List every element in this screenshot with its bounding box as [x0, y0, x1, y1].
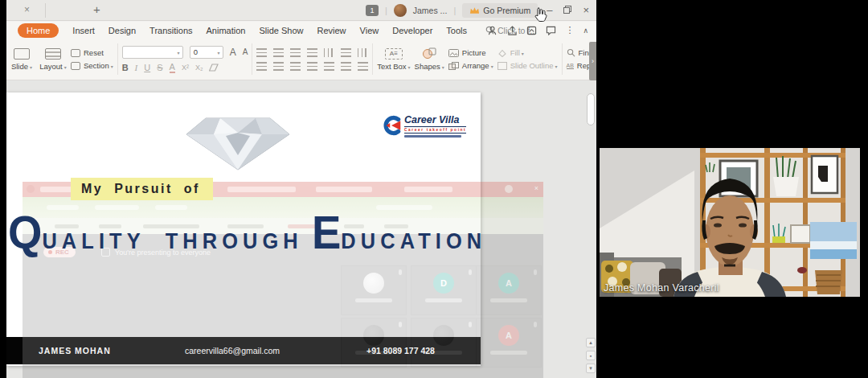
export-icon[interactable]: [507, 26, 518, 35]
section-button[interactable]: Section▾: [71, 61, 113, 70]
titlebar-separator: |: [385, 6, 387, 15]
layout-button[interactable]: Layout▾: [39, 48, 67, 71]
tab-design[interactable]: Design: [108, 26, 136, 35]
previous-slide-button[interactable]: ▴: [586, 338, 596, 347]
arrange-button[interactable]: Arrange▾: [448, 61, 493, 70]
ghost-participant-tile: [341, 318, 407, 368]
align-left-icon[interactable]: [256, 62, 267, 71]
tab-animation[interactable]: Animation: [207, 26, 246, 35]
new-tab-button[interactable]: +: [93, 2, 100, 17]
participant-name-label: James Mohan Varacheril: [604, 282, 719, 294]
ghost-participant-tile: [341, 265, 407, 315]
text-box-button[interactable]: A≡ Text Box▾: [377, 48, 410, 71]
ghost-participant-tile: D: [411, 265, 477, 315]
bold-button[interactable]: B: [122, 63, 129, 72]
font-name-combo[interactable]: ▾: [122, 46, 183, 59]
strikethrough-button[interactable]: S: [157, 63, 162, 72]
caret-down-icon: ▾: [491, 64, 493, 69]
italic-button[interactable]: I: [135, 63, 138, 72]
numbering-icon[interactable]: [273, 48, 284, 57]
logo-subtagline-bar: [404, 135, 461, 138]
ghost-participant-tile: [411, 318, 477, 368]
tab-close-icon[interactable]: ×: [24, 4, 30, 15]
document-area: Career Villa Career takeoff point My Pur…: [6, 80, 596, 378]
caret-down-icon: ▾: [64, 65, 67, 70]
account-avatar[interactable]: [394, 4, 407, 17]
titlebar-separator: |: [453, 6, 456, 15]
section-icon: [71, 62, 80, 70]
caret-down-icon: ▾: [442, 65, 444, 70]
diamond-image: [182, 109, 294, 176]
vertical-scrollbar[interactable]: [587, 93, 595, 125]
paragraph-spacing-icon[interactable]: [358, 62, 368, 71]
notification-badge: 1: [366, 5, 379, 16]
slide-navigator-button[interactable]: ▪: [586, 351, 596, 360]
picture-button[interactable]: Picture: [448, 48, 493, 57]
tab-developer[interactable]: Developer: [392, 26, 432, 35]
tab-review[interactable]: Review: [317, 26, 346, 35]
slide-outline-button[interactable]: Slide Outline▾: [497, 61, 558, 70]
restore-button[interactable]: [561, 5, 574, 16]
align-center-icon[interactable]: [273, 62, 284, 71]
superscript-button[interactable]: X²: [182, 64, 189, 72]
bullets-icon[interactable]: [256, 48, 267, 57]
more-menu-icon[interactable]: ⋮: [565, 25, 574, 35]
line-spacing-icon[interactable]: [341, 62, 351, 71]
tab-slide-show[interactable]: Slide Show: [259, 26, 303, 35]
tab-home[interactable]: Home: [18, 23, 59, 38]
indent-increase-icon[interactable]: [307, 48, 317, 57]
reset-button[interactable]: Reset: [71, 48, 113, 57]
distribute-icon[interactable]: [324, 62, 334, 71]
webcam-video: James Mohan Varacheril: [600, 148, 860, 297]
justify-icon[interactable]: [307, 62, 317, 71]
font-size-combo[interactable]: 0▾: [190, 46, 223, 59]
font-color-button[interactable]: A: [170, 62, 175, 73]
title-dropcap-q: Q: [8, 206, 42, 258]
go-premium-button[interactable]: Go Premium: [462, 3, 538, 18]
expand-pane-button[interactable]: ›: [589, 42, 596, 80]
clear-format-icon[interactable]: [209, 64, 219, 72]
tab-tools[interactable]: Tools: [446, 26, 467, 35]
replace-icon: AB: [567, 63, 574, 69]
ghost-close-icon: ×: [534, 184, 538, 192]
underline-button[interactable]: U: [144, 63, 150, 72]
align-right-icon[interactable]: [290, 62, 301, 71]
slide-title: QUALITY THROUGHEDUCATION: [8, 205, 461, 259]
career-villa-logo-mark: [381, 115, 402, 136]
ribbon: Slide▾ Layout▾ Reset Section▾: [6, 39, 596, 80]
fill-icon: [497, 49, 507, 57]
align-text-icon[interactable]: [341, 48, 351, 57]
slide-outline-icon: [497, 62, 507, 70]
account-name[interactable]: James ...: [413, 6, 448, 15]
mouse-cursor-hand: [533, 6, 547, 27]
shapes-button[interactable]: Shapes▾: [415, 47, 444, 71]
find-icon: [567, 48, 575, 57]
close-button[interactable]: ×: [580, 5, 592, 16]
footer-phone: +91 8089 177 428: [366, 346, 435, 355]
subscript-button[interactable]: X₂: [195, 64, 203, 72]
reset-icon: [71, 49, 80, 57]
share-user-icon[interactable]: [488, 26, 498, 35]
titlebar: × + 1 | James ... | Go Premium – ×: [6, 0, 596, 21]
comment-icon[interactable]: [546, 26, 556, 35]
shrink-font-button[interactable]: A: [243, 47, 248, 56]
grow-font-button[interactable]: A: [230, 47, 236, 58]
career-villa-logo: Career Villa Career takeoff point: [381, 115, 474, 138]
layout-icon: [45, 48, 61, 60]
tab-insert[interactable]: Insert: [72, 26, 95, 35]
footer-email: careervilla66@gmail.com: [185, 346, 280, 355]
tab-transitions[interactable]: Transitions: [149, 26, 192, 35]
next-slide-button[interactable]: ▾: [586, 364, 596, 373]
menubar: Home Insert Design Transitions Animation…: [6, 22, 596, 39]
tab-view[interactable]: View: [360, 26, 379, 35]
tab-divider: [45, 3, 46, 18]
text-direction-icon[interactable]: [324, 48, 334, 57]
fill-button[interactable]: Fill▾: [497, 48, 558, 57]
collapse-ribbon-icon[interactable]: ∧: [583, 27, 588, 35]
arrange-icon: [448, 62, 459, 70]
columns-icon[interactable]: [358, 48, 368, 57]
text-box-icon: A≡: [385, 48, 403, 60]
caret-down-icon: ▾: [522, 51, 524, 56]
indent-decrease-icon[interactable]: [290, 48, 301, 57]
slide-button[interactable]: Slide▾: [8, 48, 35, 71]
